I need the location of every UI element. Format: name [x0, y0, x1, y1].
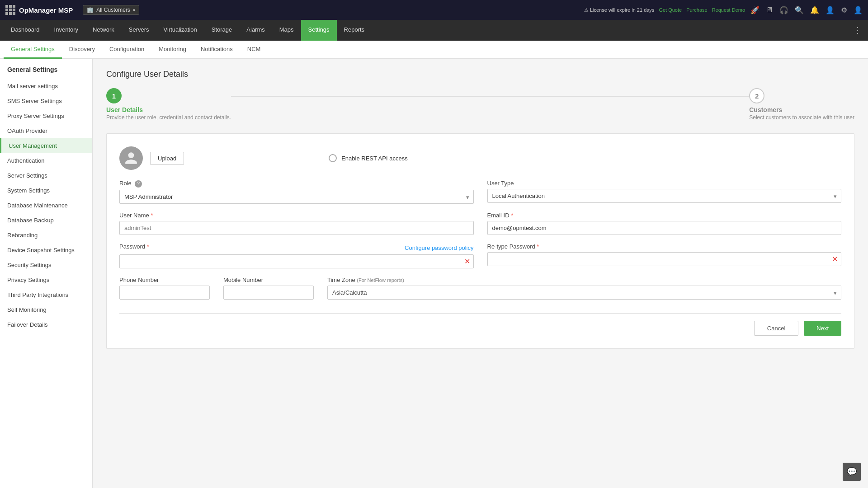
nav-storage[interactable]: Storage — [204, 20, 240, 41]
nav-virtualization[interactable]: Virtualization — [156, 20, 204, 41]
username-input[interactable] — [119, 221, 474, 235]
form-row-2: User Name * Email ID * — [119, 212, 841, 235]
mobile-input[interactable] — [223, 286, 314, 300]
user-type-select-wrapper: Local Authentication — [487, 189, 842, 203]
sidebar-item-oauth[interactable]: OAuth Provider — [0, 123, 92, 138]
retype-password-input[interactable] — [487, 252, 842, 266]
upload-api-row: Upload Enable REST API access — [119, 146, 841, 170]
form-group-phone: Phone Number — [119, 277, 210, 300]
sidebar-item-server[interactable]: Server Settings — [0, 168, 92, 183]
nav-servers[interactable]: Servers — [122, 20, 156, 41]
nav-settings[interactable]: Settings — [301, 20, 337, 41]
rocket-icon[interactable]: 🚀 — [750, 6, 760, 14]
nav-inventory[interactable]: Inventory — [47, 20, 85, 41]
chat-icon: 💬 — [847, 467, 857, 477]
sidebar-item-user-mgmt[interactable]: User Management — [0, 138, 92, 153]
step1-label: User Details — [106, 106, 143, 113]
nav-reports[interactable]: Reports — [337, 20, 372, 41]
user-type-label: User Type — [487, 180, 842, 187]
sidebar-item-db-backup[interactable]: Database Backup — [0, 213, 92, 228]
step2-label: Customers — [749, 106, 782, 113]
nav-more-icon[interactable]: ⋮ — [847, 25, 868, 35]
monitor-icon[interactable]: 🖥 — [766, 6, 773, 14]
password-clear-icon[interactable]: ✕ — [464, 258, 470, 265]
sidebar-item-device-snapshot[interactable]: Device Snapshot Settings — [0, 243, 92, 258]
nav-maps[interactable]: Maps — [272, 20, 301, 41]
topbar: OpManager MSP 🏢 All Customers ▾ ⚠ Licens… — [0, 0, 868, 20]
get-quote-link[interactable]: Get Quote — [659, 7, 682, 13]
retype-password-input-wrapper: ✕ — [487, 252, 842, 266]
sub-configuration[interactable]: Configuration — [102, 41, 151, 59]
account-icon[interactable]: 👤 — [854, 6, 863, 14]
sidebar-item-failover[interactable]: Failover Details — [0, 317, 92, 332]
form-group-user-type: User Type Local Authentication — [487, 180, 842, 204]
sub-notifications[interactable]: Notifications — [193, 41, 240, 59]
wizard-step-2: 2 Customers Select customers to associat… — [749, 88, 854, 121]
sidebar-item-proxy[interactable]: Proxy Server Settings — [0, 108, 92, 123]
sidebar: General Settings Mail server settings SM… — [0, 59, 93, 488]
user-icon[interactable]: 👤 — [826, 6, 835, 14]
phone-label: Phone Number — [119, 277, 210, 283]
sidebar-item-db-maint[interactable]: Database Maintenance — [0, 198, 92, 213]
password-input-wrapper: ✕ — [119, 254, 474, 268]
cancel-button[interactable]: Cancel — [754, 321, 798, 336]
role-help-icon[interactable]: ? — [135, 180, 142, 188]
headset-icon[interactable]: 🎧 — [779, 6, 788, 14]
sub-ncm[interactable]: NCM — [240, 41, 268, 59]
form-group-username: User Name * — [119, 212, 474, 235]
nav-alarms[interactable]: Alarms — [239, 20, 272, 41]
sidebar-item-system[interactable]: System Settings — [0, 183, 92, 198]
timezone-select[interactable]: Asia/Calcutta — [327, 286, 841, 300]
password-label-row: Password * Configure password policy — [119, 243, 474, 252]
step1-desc: Provide the user role, credential and co… — [106, 114, 231, 121]
step2-desc: Select customers to associate with this … — [749, 114, 854, 121]
password-label: Password * — [119, 243, 149, 250]
sub-monitoring[interactable]: Monitoring — [151, 41, 193, 59]
sidebar-item-auth[interactable]: Authentication — [0, 153, 92, 168]
form-card: Upload Enable REST API access Role ? — [106, 133, 854, 349]
request-demo-link[interactable]: Request Demo — [712, 7, 745, 13]
email-label: Email ID * — [487, 212, 842, 219]
user-type-select[interactable]: Local Authentication — [487, 189, 842, 203]
next-button[interactable]: Next — [804, 321, 841, 336]
sidebar-item-rebranding[interactable]: Rebranding — [0, 228, 92, 243]
layout: General Settings Mail server settings SM… — [0, 59, 868, 488]
support-button[interactable]: 💬 — [843, 463, 861, 481]
search-icon[interactable]: 🔍 — [795, 6, 804, 14]
customer-selector[interactable]: 🏢 All Customers ▾ — [83, 5, 139, 15]
app-logo: OpManager MSP — [5, 5, 73, 15]
wizard-steps: 1 User Details Provide the user role, cr… — [106, 88, 854, 121]
sub-general-settings[interactable]: General Settings — [4, 41, 62, 59]
nav-dashboard[interactable]: Dashboard — [4, 20, 47, 41]
timezone-select-wrapper: Asia/Calcutta — [327, 286, 841, 300]
email-input[interactable] — [487, 221, 842, 235]
configure-policy-link[interactable]: Configure password policy — [405, 244, 473, 251]
sidebar-item-self-monitoring[interactable]: Self Monitoring — [0, 302, 92, 317]
sidebar-item-security[interactable]: Security Settings — [0, 258, 92, 272]
role-select[interactable]: MSP Administrator — [119, 190, 474, 204]
api-access-radio[interactable] — [329, 154, 337, 162]
nav-network[interactable]: Network — [85, 20, 122, 41]
action-row: Cancel Next — [119, 313, 841, 336]
purchase-link[interactable]: Purchase — [686, 7, 707, 13]
upload-section: Upload — [119, 146, 184, 170]
role-label: Role ? — [119, 180, 474, 188]
sidebar-item-privacy[interactable]: Privacy Settings — [0, 272, 92, 287]
bell-icon[interactable]: 🔔 — [810, 6, 819, 14]
form-group-password: Password * Configure password policy ✕ — [119, 243, 474, 268]
api-access-label: Enable REST API access — [341, 155, 407, 162]
sidebar-item-sms[interactable]: SMS Server Settings — [0, 94, 92, 108]
upload-button[interactable]: Upload — [150, 152, 184, 165]
form-row-3: Password * Configure password policy ✕ R… — [119, 243, 841, 268]
sidebar-item-mail[interactable]: Mail server settings — [0, 79, 92, 94]
phone-input[interactable] — [119, 286, 210, 300]
step1-circle: 1 — [106, 88, 122, 103]
sub-discovery[interactable]: Discovery — [62, 41, 102, 59]
password-input[interactable] — [119, 254, 474, 268]
role-select-wrapper: MSP Administrator — [119, 190, 474, 204]
avatar — [119, 146, 143, 170]
sidebar-item-third-party[interactable]: Third Party Integrations — [0, 287, 92, 302]
step-connector — [231, 96, 749, 97]
retype-password-clear-icon[interactable]: ✕ — [832, 256, 838, 263]
gear-icon[interactable]: ⚙ — [841, 6, 847, 14]
